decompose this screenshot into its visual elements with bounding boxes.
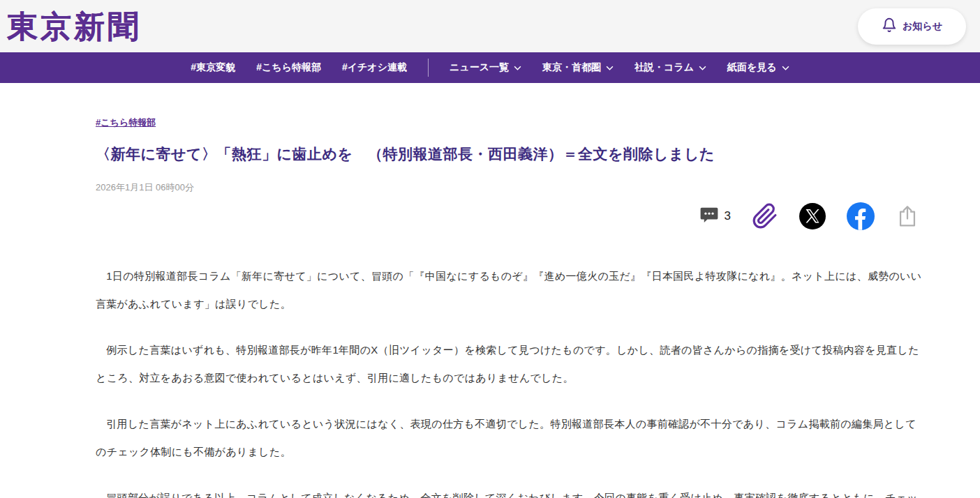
share-icon bbox=[896, 204, 919, 228]
site-header: 東京新聞 お知らせ bbox=[0, 0, 980, 52]
copy-link-button[interactable] bbox=[752, 203, 778, 229]
article-tag-link[interactable]: #こちら特報部 bbox=[96, 116, 156, 129]
share-facebook-button[interactable] bbox=[847, 202, 875, 230]
comment-bubble-icon bbox=[699, 205, 719, 227]
site-logo[interactable]: 東京新聞 bbox=[7, 11, 141, 42]
nav-divider bbox=[428, 59, 429, 77]
chevron-down-icon bbox=[699, 66, 706, 70]
nav-item-shasetsu-column[interactable]: 社説・コラム bbox=[634, 61, 706, 74]
bell-icon bbox=[882, 17, 897, 35]
notifications-button-label: お知らせ bbox=[903, 20, 942, 33]
paperclip-link-icon bbox=[752, 203, 778, 229]
article-date: 2026年1月1日 06時00分 bbox=[96, 181, 928, 194]
x-twitter-icon bbox=[799, 203, 826, 229]
article-main: #こちら特報部 〈新年に寄せて〉「熱狂」に歯止めを （特別報道部長・西田義洋）＝… bbox=[0, 83, 928, 498]
article-body: 1日の特別報道部長コラム「新年に寄せて」について、冒頭の「『中国なにするものぞ』… bbox=[96, 262, 923, 498]
article-paragraph: 引用した言葉がネット上にあふれているという状況にはなく、表現の仕方も不適切でした… bbox=[96, 410, 923, 466]
share-x-button[interactable] bbox=[799, 203, 826, 229]
notifications-button[interactable]: お知らせ bbox=[858, 8, 966, 45]
chevron-down-icon bbox=[606, 66, 614, 70]
article-title: 〈新年に寄せて〉「熱狂」に歯止めを （特別報道部長・西田義洋）＝全文を削除しまし… bbox=[96, 144, 928, 164]
share-button[interactable] bbox=[896, 204, 919, 228]
comment-count: 3 bbox=[725, 209, 731, 223]
article-paragraph: 1日の特別報道部長コラム「新年に寄せて」について、冒頭の「『中国なにするものぞ』… bbox=[96, 262, 923, 318]
nav-item-tokyo-henbo[interactable]: #東京変貌 bbox=[191, 61, 235, 74]
main-nav: #東京変貌 #こちら特報部 #イチオシ連載 ニュース一覧 東京・首都圏 社説・コ… bbox=[0, 52, 980, 83]
share-toolbar: 3 bbox=[96, 199, 919, 233]
nav-item-news-list[interactable]: ニュース一覧 bbox=[450, 61, 521, 74]
nav-item-ichioshi-rensai[interactable]: #イチオシ連載 bbox=[342, 61, 407, 74]
nav-item-kochira-tokuhobu[interactable]: #こちら特報部 bbox=[256, 61, 321, 74]
nav-item-shimen-wo-miru[interactable]: 紙面を見る bbox=[727, 61, 789, 74]
article-paragraph: 冒頭部分が誤りである以上、コラムとして成立しなくなるため、全文を削除して深くおわ… bbox=[96, 484, 923, 498]
article-paragraph: 例示した言葉はいずれも、特別報道部長が昨年1年間のX（旧ツイッター）を検索して見… bbox=[96, 336, 923, 392]
comments-button[interactable]: 3 bbox=[699, 205, 731, 227]
nav-item-tokyo-shutoken[interactable]: 東京・首都圏 bbox=[542, 61, 614, 74]
chevron-down-icon bbox=[782, 66, 789, 70]
facebook-icon bbox=[847, 202, 875, 230]
chevron-down-icon bbox=[514, 66, 521, 70]
